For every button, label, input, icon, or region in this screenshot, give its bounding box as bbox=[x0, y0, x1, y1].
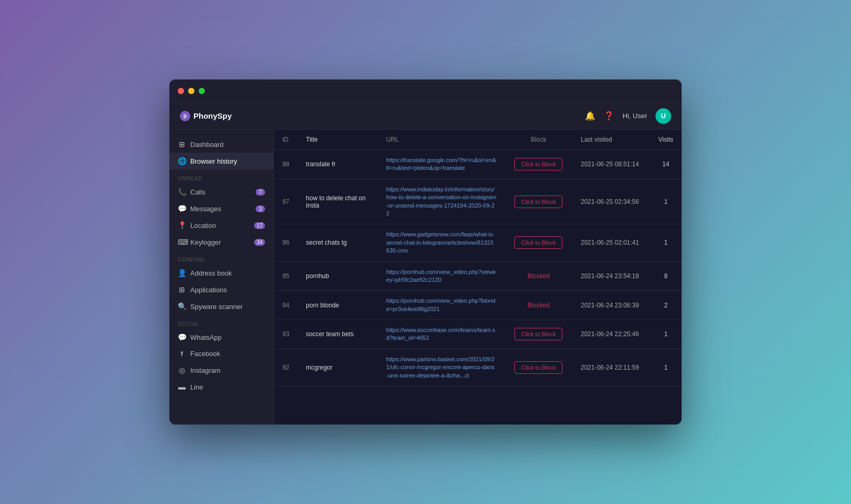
url-link[interactable]: https://www.indiatoday.in/information/st… bbox=[386, 186, 496, 216]
url-link[interactable]: https://pornhub.com/view_video.php?viewk… bbox=[386, 269, 496, 283]
cell-id: 94 bbox=[274, 291, 297, 320]
cell-block: Click to Block bbox=[505, 349, 572, 386]
click-to-block-button[interactable]: Click to Block bbox=[514, 236, 562, 249]
cell-title: soccer team bets bbox=[297, 320, 377, 349]
url-link[interactable]: https://www.parlons-basket.com/2021/09/2… bbox=[386, 356, 494, 379]
location-icon: 📍 bbox=[178, 221, 186, 230]
click-to-block-button[interactable]: Click to Block bbox=[514, 196, 562, 208]
cell-visits: 1 bbox=[650, 224, 682, 261]
cell-title: how to delete chat on insta bbox=[297, 179, 377, 224]
traffic-lights bbox=[178, 88, 205, 94]
table-row: 93soccer team betshttps://www.soccerbase… bbox=[274, 320, 682, 349]
click-to-block-button[interactable]: Click to Block bbox=[514, 328, 562, 340]
sidebar-item-address-book[interactable]: 👤 Address book bbox=[169, 265, 273, 281]
cell-last-visited: 2021-06-25 08:51:14 bbox=[572, 150, 650, 179]
cell-last-visited: 2021-06-24 22:11:59 bbox=[572, 349, 650, 386]
user-greeting: Hi, User bbox=[623, 112, 647, 120]
sidebar-label-dashboard: Dashboard bbox=[190, 141, 224, 148]
cell-block: Click to Block bbox=[505, 150, 572, 179]
sidebar-label-whatsapp: WhatsApp bbox=[190, 334, 222, 341]
cell-visits: 14 bbox=[650, 150, 682, 179]
sidebar-item-calls[interactable]: 📞 Calls 7 bbox=[169, 184, 273, 200]
spyware-scanner-icon: 🔍 bbox=[178, 302, 186, 311]
cell-last-visited: 2021-06-24 22:25:46 bbox=[572, 320, 650, 349]
sidebar-item-instagram[interactable]: ◎ Instagram bbox=[169, 362, 273, 379]
instagram-icon: ◎ bbox=[178, 366, 186, 374]
calls-badge: 7 bbox=[256, 189, 265, 196]
cell-url: https://www.soccerbase.com/teams/team.sd… bbox=[378, 320, 505, 349]
cell-id: 97 bbox=[274, 179, 297, 224]
click-to-block-button[interactable]: Click to Block bbox=[514, 158, 562, 170]
url-link[interactable]: https://pornhub.com/view_video.php?blond… bbox=[386, 297, 496, 312]
navbar: p PhonySpy 🔔 ❓ Hi, User U bbox=[169, 102, 682, 130]
cell-url: https://pornhub.com/view_video.php?blond… bbox=[378, 291, 505, 320]
sidebar-item-spyware-scanner[interactable]: 🔍 Spyware scanner bbox=[169, 298, 273, 315]
avatar[interactable]: U bbox=[656, 108, 671, 124]
url-link[interactable]: https://translate.google.com/?hl=ru&sl=e… bbox=[386, 157, 496, 171]
calls-icon: 📞 bbox=[178, 188, 186, 196]
address-book-icon: 👤 bbox=[178, 269, 186, 277]
table-row: 94porn blondehttps://pornhub.com/view_vi… bbox=[274, 291, 682, 320]
cell-visits: 1 bbox=[650, 179, 682, 224]
sidebar-item-line[interactable]: ▬ Line bbox=[169, 379, 273, 395]
cell-url: https://www.indiatoday.in/information/st… bbox=[378, 179, 505, 224]
table-header: ID Title URL Block Last visited Visits bbox=[274, 130, 682, 150]
maximize-button[interactable] bbox=[199, 88, 205, 94]
table-row: 98translate frhttps://translate.google.c… bbox=[274, 150, 682, 179]
messages-icon: 💬 bbox=[178, 204, 186, 213]
sidebar-label-calls: Calls bbox=[190, 188, 205, 196]
url-link[interactable]: https://www.soccerbase.com/teams/team.sd… bbox=[386, 327, 495, 341]
cell-id: 92 bbox=[274, 349, 297, 386]
cell-url: https://www.gadgetsnow.com/faqs/what-is-… bbox=[378, 224, 505, 261]
status-badge: Blocked bbox=[527, 302, 550, 309]
cell-id: 95 bbox=[274, 261, 297, 291]
unread-section-label: UNREAD bbox=[169, 169, 273, 184]
cell-last-visited: 2021-06-24 23:54:18 bbox=[572, 261, 650, 291]
click-to-block-button[interactable]: Click to Block bbox=[514, 361, 562, 374]
main-layout: ⊞ Dashboard 🌐 Browser history UNREAD 📞 C… bbox=[169, 130, 682, 425]
cell-block: Click to Block bbox=[505, 224, 572, 261]
sidebar-item-messages[interactable]: 💬 Messages 3 bbox=[169, 200, 273, 217]
facebook-icon: f bbox=[178, 350, 186, 358]
help-icon[interactable]: ❓ bbox=[604, 111, 614, 121]
cell-visits: 1 bbox=[650, 349, 682, 386]
sidebar-label-instagram: Instagram bbox=[190, 366, 221, 374]
sidebar-item-dashboard[interactable]: ⊞ Dashboard bbox=[169, 136, 273, 153]
sidebar-item-location[interactable]: 📍 Location 17 bbox=[169, 217, 273, 234]
cell-id: 96 bbox=[274, 224, 297, 261]
logo: p PhonySpy bbox=[180, 111, 232, 121]
notification-icon[interactable]: 🔔 bbox=[585, 111, 595, 121]
sidebar-item-whatsapp[interactable]: 💬 WhatsApp bbox=[169, 329, 273, 346]
sidebar-label-address-book: Address book bbox=[190, 269, 232, 277]
col-header-id: ID bbox=[274, 130, 297, 150]
minimize-button[interactable] bbox=[188, 88, 194, 94]
applications-icon: ⊞ bbox=[178, 285, 186, 294]
cell-title: porn blonde bbox=[297, 291, 377, 320]
dashboard-icon: ⊞ bbox=[178, 140, 186, 148]
sidebar-item-facebook[interactable]: f Facebook bbox=[169, 346, 273, 362]
sidebar-label-keylogger: Keylogger bbox=[190, 238, 221, 246]
sidebar-label-facebook: Facebook bbox=[190, 350, 220, 358]
content-area: ID Title URL Block Last visited Visits 9… bbox=[274, 130, 682, 425]
cell-block: Blocked bbox=[505, 291, 572, 320]
keylogger-badge: 34 bbox=[254, 239, 265, 246]
cell-visits: 2 bbox=[650, 291, 682, 320]
cell-visits: 8 bbox=[650, 261, 682, 291]
cell-last-visited: 2021-06-24 23:06:39 bbox=[572, 291, 650, 320]
cell-title: secret chats tg bbox=[297, 224, 377, 261]
cell-url: https://translate.google.com/?hl=ru&sl=e… bbox=[378, 150, 505, 179]
sidebar-item-browser-history[interactable]: 🌐 Browser history bbox=[169, 153, 273, 169]
table-row: 96secret chats tghttps://www.gadgetsnow.… bbox=[274, 224, 682, 261]
browser-history-icon: 🌐 bbox=[178, 157, 186, 165]
url-link[interactable]: https://www.gadgetsnow.com/faqs/what-is-… bbox=[386, 231, 494, 254]
col-header-block: Block bbox=[505, 130, 572, 150]
cell-title: translate fr bbox=[297, 150, 377, 179]
browser-history-table-container: ID Title URL Block Last visited Visits 9… bbox=[274, 130, 682, 425]
keylogger-icon: ⌨ bbox=[178, 238, 186, 246]
cell-title: mcgregor bbox=[297, 349, 377, 386]
close-button[interactable] bbox=[178, 88, 184, 94]
sidebar-label-location: Location bbox=[190, 222, 216, 230]
sidebar-item-keylogger[interactable]: ⌨ Keylogger 34 bbox=[169, 234, 273, 250]
table-row: 97how to delete chat on instahttps://www… bbox=[274, 179, 682, 224]
sidebar-item-applications[interactable]: ⊞ Applications bbox=[169, 281, 273, 298]
